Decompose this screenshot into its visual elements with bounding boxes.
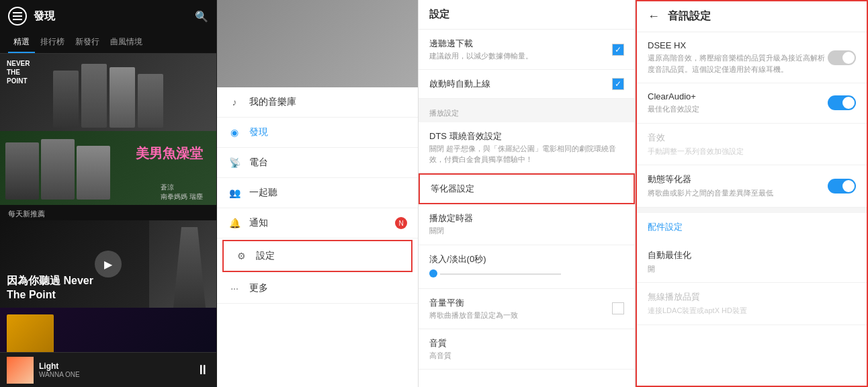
play-button[interactable]: ▶	[95, 251, 122, 277]
setting-dts-sub: 關閉 超乎想像，與「侏羅紀公園」電影相同的劇院環繞音效，付費白金會員獨享體驗中！	[429, 144, 624, 165]
audio-item-dsee-sub: 還原高階音效，將壓縮音樂檔的品質升級為接近高解析度音訊品質。這個設定僅適用於有線…	[648, 52, 828, 75]
playback-section-header: 播放設定	[419, 104, 635, 122]
side-download-checkbox[interactable]: ✓	[612, 44, 624, 56]
menu-item-discovery[interactable]: ◉ 發現	[217, 118, 418, 148]
setting-timer[interactable]: 播放定時器 關閉	[419, 204, 635, 245]
library-label: 我的音樂庫	[249, 96, 296, 108]
panel-discovery: 發現 🔍 精選 排行榜 新發行 曲風情境 NEVERTHEPOINT	[0, 0, 217, 387]
setting-side-download-info: 邊聽邊下載 建議啟用，以減少數據傳輸量。	[429, 38, 612, 61]
setting-auto-online-title: 啟動時自動上線	[429, 78, 612, 90]
tab-featured[interactable]: 精選	[8, 32, 35, 53]
section-weekly: 每天新推薦	[0, 205, 216, 220]
audio-item-auto-optimize[interactable]: 自動最佳化 開	[637, 241, 867, 284]
settings-label: 設定	[256, 250, 275, 262]
section-divider-playback	[419, 99, 635, 104]
recommend-banner[interactable]: 因為你聽過 NeverThe Point ▶	[0, 220, 216, 308]
more-label: 更多	[249, 282, 268, 294]
mini-player[interactable]: Light WANNA ONE ⏸	[0, 352, 216, 387]
audio-item-clearaudio[interactable]: ClearAudio+ 最佳化音效設定	[637, 83, 867, 124]
setting-timer-info: 播放定時器 關閉	[429, 212, 624, 236]
setting-volume-balance[interactable]: 音量平衡 將歌曲播放音量設定為一致	[419, 289, 635, 329]
audio-title: 音訊設定	[668, 9, 711, 24]
audio-item-dsee[interactable]: DSEE HX 還原高階音效，將壓縮音樂檔的品質升級為接近高解析度音訊品質。這個…	[637, 32, 867, 83]
audio-divider	[637, 208, 867, 213]
hamburger-button[interactable]	[8, 7, 27, 26]
menu-item-notification[interactable]: 🔔 通知 N	[217, 208, 418, 239]
setting-equalizer-info: 等化器設定	[431, 183, 623, 195]
notification-badge: N	[395, 217, 407, 229]
bell-icon: 🔔	[228, 216, 241, 230]
back-button[interactable]: ←	[648, 9, 660, 24]
dynamic-eq-toggle[interactable]	[828, 179, 856, 194]
tab-new-releases[interactable]: 新發行	[70, 32, 105, 53]
gear-icon: ⚙	[234, 249, 248, 263]
audio-item-wireless-info: 無線播放品質 連接LDAC裝置或aptX HD裝置	[648, 291, 856, 316]
together-label: 一起聽	[249, 187, 277, 199]
audio-item-effect-sub: 手動調整一系列音效加強設定	[648, 146, 856, 157]
audio-item-wireless-title: 無線播放品質	[648, 291, 856, 303]
mini-player-info: Light WANNA ONE	[39, 361, 191, 378]
audio-item-auto-optimize-title: 自動最佳化	[648, 249, 856, 261]
volume-balance-checkbox[interactable]	[612, 302, 624, 314]
city-banner[interactable]: 不醒之城 派偉俊	[0, 308, 216, 352]
banner-drama[interactable]: 美男魚澡堂 蒼涼南拳媽媽 瑞塵	[0, 131, 216, 205]
setting-dts-info: DTS 環繞音效設定 關閉 超乎想像，與「侏羅紀公園」電影相同的劇院環繞音效，付…	[429, 130, 624, 165]
setting-dts[interactable]: DTS 環繞音效設定 關閉 超乎想像，與「侏羅紀公園」電影相同的劇院環繞音效，付…	[419, 122, 635, 173]
pause-button[interactable]: ⏸	[196, 362, 210, 378]
search-icon[interactable]: 🔍	[195, 10, 208, 23]
radio-icon: 📡	[228, 156, 241, 169]
panel-menu: 👤 帳號 › ♪ 我的音樂庫 ◉ 發現 📡 電台 👥 一起聽 🔔 通知 N ⚙ …	[217, 0, 419, 387]
dsee-toggle[interactable]	[828, 50, 856, 65]
setting-volume-balance-sub: 將歌曲播放音量設定為一致	[429, 310, 612, 320]
setting-volume-balance-info: 音量平衡 將歌曲播放音量設定為一致	[429, 297, 612, 320]
more-icon: ···	[228, 282, 241, 295]
audio-item-wireless-sub: 連接LDAC裝置或aptX HD裝置	[648, 305, 856, 316]
audio-item-dynamic-eq-sub: 將歌曲或影片之間的音量差異降至最低	[648, 187, 828, 199]
clearaudio-toggle[interactable]	[828, 95, 856, 110]
tab-genres[interactable]: 曲風情境	[105, 32, 148, 53]
discovery-label: 發現	[249, 126, 268, 138]
audio-item-auto-optimize-sub: 開	[648, 263, 856, 275]
setting-side-download[interactable]: 邊聽邊下載 建議啟用，以減少數據傳輸量。 ✓	[419, 30, 635, 70]
menu-item-settings[interactable]: ⚙ 設定	[222, 240, 413, 272]
auto-online-checkbox[interactable]: ✓	[612, 78, 624, 90]
nav-tabs: 精選 排行榜 新發行 曲風情境	[0, 32, 216, 54]
range-dot	[429, 269, 437, 277]
menu-item-more[interactable]: ··· 更多	[217, 273, 418, 304]
audio-item-effect: 音效 手動調整一系列音效加強設定	[637, 124, 867, 166]
mini-player-artist: WANNA ONE	[39, 371, 191, 378]
setting-fade-range	[429, 268, 624, 280]
setting-equalizer-title: 等化器設定	[431, 183, 623, 195]
recommend-title: 因為你聽過 NeverThe Point	[7, 274, 93, 302]
audio-content: DSEE HX 還原高階音效，將壓縮音樂檔的品質升級為接近高解析度音訊品質。這個…	[637, 32, 867, 386]
setting-auto-online-info: 啟動時自動上線	[429, 78, 612, 90]
settings-title: 設定	[429, 8, 449, 19]
audio-item-dsee-info: DSEE HX 還原高階音效，將壓縮音樂檔的品質升級為接近高解析度音訊品質。這個…	[648, 40, 828, 75]
library-icon: ♪	[228, 95, 241, 109]
tab-charts[interactable]: 排行榜	[35, 32, 70, 53]
setting-timer-title: 播放定時器	[429, 212, 624, 224]
setting-side-download-title: 邊聽邊下載	[429, 38, 612, 50]
setting-quality[interactable]: 音質 高音質	[419, 329, 635, 370]
menu-item-radio[interactable]: 📡 電台	[217, 148, 418, 178]
page-title: 發現	[34, 9, 195, 24]
menu-profile: 👤 帳號 ›	[217, 0, 418, 87]
banner-group[interactable]: NEVERTHEPOINT	[0, 54, 216, 131]
setting-equalizer[interactable]: 等化器設定	[419, 173, 635, 204]
audio-item-auto-optimize-info: 自動最佳化 開	[648, 249, 856, 275]
audio-item-clearaudio-info: ClearAudio+ 最佳化音效設定	[648, 91, 828, 115]
setting-auto-online[interactable]: 啟動時自動上線 ✓	[419, 70, 635, 99]
menu-item-together[interactable]: 👥 一起聽	[217, 178, 418, 208]
menu-item-library[interactable]: ♪ 我的音樂庫	[217, 87, 418, 118]
mini-player-thumbnail	[7, 357, 34, 384]
settings-menu-container: ⚙ 設定	[217, 239, 418, 273]
setting-quality-title: 音質	[429, 337, 624, 349]
hamburger-line-3	[13, 19, 22, 20]
audio-item-dsee-title: DSEE HX	[648, 40, 828, 50]
mini-player-title: Light	[39, 361, 191, 371]
audio-item-dynamic-eq[interactable]: 動態等化器 將歌曲或影片之間的音量差異降至最低	[637, 165, 867, 208]
setting-fade[interactable]: 淡入/淡出(0秒)	[419, 245, 635, 289]
accessory-link[interactable]: 配件設定	[637, 213, 867, 241]
setting-fade-info: 淡入/淡出(0秒)	[429, 253, 624, 280]
together-icon: 👥	[228, 186, 241, 200]
